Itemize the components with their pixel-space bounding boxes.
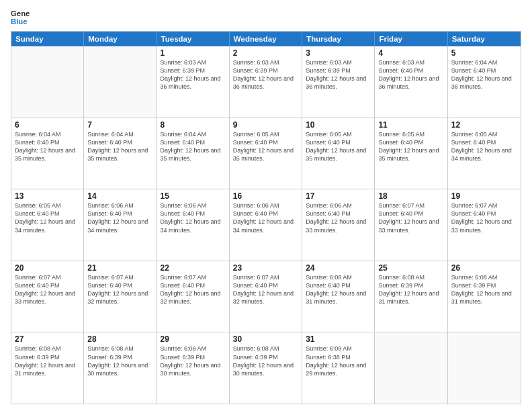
calendar-header: SundayMondayTuesdayWednesdayThursdayFrid… bbox=[11, 32, 521, 46]
day-number: 13 bbox=[15, 191, 80, 201]
day-detail: Sunrise: 6:03 AM Sunset: 6:39 PM Dayligh… bbox=[161, 58, 226, 91]
day-number: 9 bbox=[233, 120, 298, 130]
day-detail: Sunrise: 6:03 AM Sunset: 6:40 PM Dayligh… bbox=[378, 58, 443, 91]
calendar-cell: 25Sunrise: 6:08 AM Sunset: 6:39 PM Dayli… bbox=[375, 261, 447, 332]
calendar-cell: 27Sunrise: 6:08 AM Sunset: 6:39 PM Dayli… bbox=[11, 332, 84, 404]
day-number: 3 bbox=[306, 48, 371, 58]
calendar-cell: 13Sunrise: 6:05 AM Sunset: 6:40 PM Dayli… bbox=[11, 189, 84, 261]
calendar-cell: 5Sunrise: 6:04 AM Sunset: 6:40 PM Daylig… bbox=[448, 46, 521, 118]
day-number: 10 bbox=[306, 120, 371, 130]
page: General Blue SundayMondayTuesdayWednesda… bbox=[0, 0, 532, 411]
day-number: 26 bbox=[451, 263, 517, 273]
svg-text:General: General bbox=[11, 9, 30, 17]
calendar-cell: 7Sunrise: 6:04 AM Sunset: 6:40 PM Daylig… bbox=[84, 118, 157, 189]
day-number: 29 bbox=[161, 334, 226, 344]
day-number: 23 bbox=[233, 263, 298, 273]
day-number: 20 bbox=[15, 263, 80, 273]
day-detail: Sunrise: 6:07 AM Sunset: 6:40 PM Dayligh… bbox=[15, 273, 80, 306]
calendar-cell: 21Sunrise: 6:07 AM Sunset: 6:40 PM Dayli… bbox=[84, 261, 157, 332]
day-detail: Sunrise: 6:07 AM Sunset: 6:40 PM Dayligh… bbox=[161, 273, 226, 306]
day-number: 24 bbox=[306, 263, 371, 273]
calendar-week-5: 27Sunrise: 6:08 AM Sunset: 6:39 PM Dayli… bbox=[11, 332, 521, 404]
day-detail: Sunrise: 6:06 AM Sunset: 6:40 PM Dayligh… bbox=[233, 201, 298, 234]
calendar-cell: 10Sunrise: 6:05 AM Sunset: 6:40 PM Dayli… bbox=[302, 118, 375, 189]
calendar-cell: 22Sunrise: 6:07 AM Sunset: 6:40 PM Dayli… bbox=[157, 261, 230, 332]
calendar-cell: 14Sunrise: 6:06 AM Sunset: 6:40 PM Dayli… bbox=[84, 189, 157, 261]
header-day-monday: Monday bbox=[84, 32, 157, 46]
day-number: 21 bbox=[87, 263, 152, 273]
day-detail: Sunrise: 6:04 AM Sunset: 6:40 PM Dayligh… bbox=[161, 130, 226, 163]
day-number: 27 bbox=[15, 334, 80, 344]
calendar-cell: 29Sunrise: 6:08 AM Sunset: 6:39 PM Dayli… bbox=[157, 332, 230, 404]
day-detail: Sunrise: 6:07 AM Sunset: 6:40 PM Dayligh… bbox=[87, 273, 152, 306]
calendar-cell: 4Sunrise: 6:03 AM Sunset: 6:40 PM Daylig… bbox=[375, 46, 447, 118]
calendar-cell: 9Sunrise: 6:05 AM Sunset: 6:40 PM Daylig… bbox=[230, 118, 302, 189]
calendar-body: 1Sunrise: 6:03 AM Sunset: 6:39 PM Daylig… bbox=[11, 46, 521, 404]
calendar-cell: 1Sunrise: 6:03 AM Sunset: 6:39 PM Daylig… bbox=[157, 46, 230, 118]
generalblue-logo-icon: General Blue bbox=[11, 8, 30, 27]
calendar-week-4: 20Sunrise: 6:07 AM Sunset: 6:40 PM Dayli… bbox=[11, 261, 521, 332]
calendar: SundayMondayTuesdayWednesdayThursdayFrid… bbox=[11, 31, 521, 404]
day-number: 2 bbox=[233, 48, 298, 58]
header-day-saturday: Saturday bbox=[448, 32, 521, 46]
day-detail: Sunrise: 6:08 AM Sunset: 6:40 PM Dayligh… bbox=[306, 273, 371, 306]
day-detail: Sunrise: 6:05 AM Sunset: 6:40 PM Dayligh… bbox=[233, 130, 298, 163]
day-number: 30 bbox=[233, 334, 298, 344]
day-number: 28 bbox=[87, 334, 152, 344]
calendar-cell bbox=[84, 46, 157, 118]
day-detail: Sunrise: 6:08 AM Sunset: 6:39 PM Dayligh… bbox=[15, 345, 80, 377]
day-detail: Sunrise: 6:05 AM Sunset: 6:40 PM Dayligh… bbox=[378, 130, 443, 163]
calendar-cell: 12Sunrise: 6:05 AM Sunset: 6:40 PM Dayli… bbox=[448, 118, 521, 189]
day-detail: Sunrise: 6:04 AM Sunset: 6:40 PM Dayligh… bbox=[15, 130, 80, 163]
day-detail: Sunrise: 6:08 AM Sunset: 6:39 PM Dayligh… bbox=[378, 273, 443, 306]
calendar-cell: 20Sunrise: 6:07 AM Sunset: 6:40 PM Dayli… bbox=[11, 261, 84, 332]
day-detail: Sunrise: 6:07 AM Sunset: 6:40 PM Dayligh… bbox=[378, 201, 443, 234]
day-number: 18 bbox=[378, 191, 443, 201]
calendar-cell: 3Sunrise: 6:03 AM Sunset: 6:39 PM Daylig… bbox=[302, 46, 375, 118]
day-number: 25 bbox=[378, 263, 443, 273]
day-number: 6 bbox=[15, 120, 80, 130]
header: General Blue bbox=[11, 8, 521, 27]
calendar-cell: 6Sunrise: 6:04 AM Sunset: 6:40 PM Daylig… bbox=[11, 118, 84, 189]
calendar-cell bbox=[11, 46, 84, 118]
calendar-cell: 8Sunrise: 6:04 AM Sunset: 6:40 PM Daylig… bbox=[157, 118, 230, 189]
day-number: 31 bbox=[306, 334, 371, 344]
calendar-cell: 28Sunrise: 6:08 AM Sunset: 6:39 PM Dayli… bbox=[84, 332, 157, 404]
day-number: 17 bbox=[306, 191, 371, 201]
calendar-week-1: 1Sunrise: 6:03 AM Sunset: 6:39 PM Daylig… bbox=[11, 46, 521, 118]
logo: General Blue bbox=[11, 8, 30, 27]
day-number: 19 bbox=[451, 191, 517, 201]
day-detail: Sunrise: 6:06 AM Sunset: 6:40 PM Dayligh… bbox=[161, 201, 226, 234]
day-detail: Sunrise: 6:08 AM Sunset: 6:39 PM Dayligh… bbox=[451, 273, 517, 306]
header-day-thursday: Thursday bbox=[302, 32, 375, 46]
day-number: 5 bbox=[451, 48, 517, 58]
calendar-cell: 19Sunrise: 6:07 AM Sunset: 6:40 PM Dayli… bbox=[448, 189, 521, 261]
day-detail: Sunrise: 6:05 AM Sunset: 6:40 PM Dayligh… bbox=[15, 201, 80, 234]
calendar-week-3: 13Sunrise: 6:05 AM Sunset: 6:40 PM Dayli… bbox=[11, 189, 521, 261]
header-day-wednesday: Wednesday bbox=[230, 32, 302, 46]
day-detail: Sunrise: 6:03 AM Sunset: 6:39 PM Dayligh… bbox=[306, 58, 371, 91]
day-detail: Sunrise: 6:06 AM Sunset: 6:40 PM Dayligh… bbox=[306, 201, 371, 234]
day-number: 12 bbox=[451, 120, 517, 130]
day-detail: Sunrise: 6:04 AM Sunset: 6:40 PM Dayligh… bbox=[451, 58, 517, 91]
header-day-sunday: Sunday bbox=[11, 32, 84, 46]
day-detail: Sunrise: 6:09 AM Sunset: 6:38 PM Dayligh… bbox=[306, 345, 371, 377]
day-detail: Sunrise: 6:04 AM Sunset: 6:40 PM Dayligh… bbox=[87, 130, 152, 163]
day-detail: Sunrise: 6:05 AM Sunset: 6:40 PM Dayligh… bbox=[306, 130, 371, 163]
calendar-cell bbox=[375, 332, 447, 404]
calendar-cell: 31Sunrise: 6:09 AM Sunset: 6:38 PM Dayli… bbox=[302, 332, 375, 404]
day-detail: Sunrise: 6:08 AM Sunset: 6:39 PM Dayligh… bbox=[87, 345, 152, 377]
day-number: 4 bbox=[378, 48, 443, 58]
day-number: 11 bbox=[378, 120, 443, 130]
day-detail: Sunrise: 6:07 AM Sunset: 6:40 PM Dayligh… bbox=[233, 273, 298, 306]
day-number: 22 bbox=[161, 263, 226, 273]
day-number: 15 bbox=[161, 191, 226, 201]
calendar-cell: 16Sunrise: 6:06 AM Sunset: 6:40 PM Dayli… bbox=[230, 189, 302, 261]
day-detail: Sunrise: 6:08 AM Sunset: 6:39 PM Dayligh… bbox=[161, 345, 226, 377]
day-detail: Sunrise: 6:03 AM Sunset: 6:39 PM Dayligh… bbox=[233, 58, 298, 91]
svg-text:Blue: Blue bbox=[11, 17, 28, 26]
day-number: 7 bbox=[87, 120, 152, 130]
day-detail: Sunrise: 6:06 AM Sunset: 6:40 PM Dayligh… bbox=[87, 201, 152, 234]
day-number: 1 bbox=[161, 48, 226, 58]
calendar-cell: 11Sunrise: 6:05 AM Sunset: 6:40 PM Dayli… bbox=[375, 118, 447, 189]
